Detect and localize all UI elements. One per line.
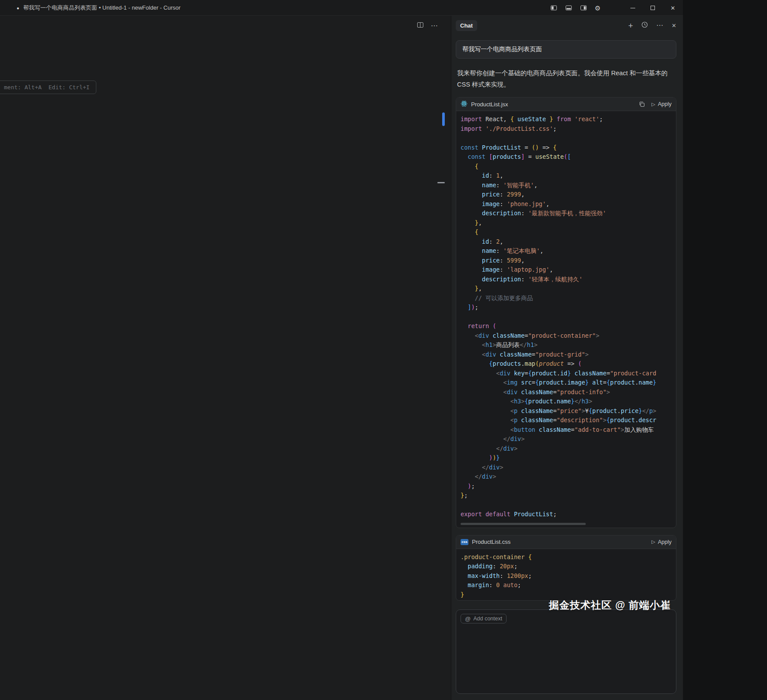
assistant-message-text: 我来帮你创建一个基础的电商商品列表页面。我会使用 React 和一些基本的 CS…: [457, 70, 668, 88]
window-controls: ✕: [623, 0, 683, 16]
code-content-jsx: import React, { useState } from 'react';…: [456, 111, 676, 520]
history-icon[interactable]: [641, 21, 648, 30]
horizontal-scrollbar[interactable]: [461, 523, 586, 525]
maximize-icon: [651, 6, 655, 10]
watermark: 掘金技术社区 @ 前端小崔: [549, 598, 671, 612]
user-message-text: 帮我写一个电商商品列表页面: [462, 46, 542, 52]
settings-gear-icon[interactable]: ⚙: [595, 5, 601, 11]
apply-label: Apply: [658, 101, 672, 107]
apply-label: Apply: [658, 539, 672, 545]
chat-messages: 帮我写一个电商商品列表页面 我来帮你创建一个基础的电商商品列表页面。我会使用 R…: [451, 35, 683, 609]
minimize-button[interactable]: [623, 0, 643, 16]
code-card-jsx: ProductList.jsx ▷ Apply: [456, 97, 676, 528]
play-icon: ▷: [651, 539, 655, 544]
code-card-actions: ▷ Apply: [651, 539, 672, 545]
apply-button[interactable]: ▷ Apply: [651, 539, 672, 545]
toggle-panel-bottom-icon[interactable]: [565, 4, 572, 11]
react-icon: [461, 100, 468, 108]
code-card-actions: ▷ Apply: [639, 101, 672, 107]
maximize-button[interactable]: [643, 0, 663, 16]
code-card-header: ProductList.jsx ▷ Apply: [456, 98, 676, 111]
editor-group-actions: ⋯: [417, 21, 438, 30]
split-editor-icon[interactable]: [417, 21, 424, 30]
code-filename: ProductList.css: [472, 539, 510, 545]
minimize-icon: [630, 8, 635, 8]
panel-drag-indicator[interactable]: [442, 112, 445, 126]
add-context-chip[interactable]: @ Add context: [461, 614, 507, 623]
code-content-css: .product-container { padding: 20px; max-…: [456, 549, 676, 601]
chat-panel: Chat + ⋯ ✕ 帮我写一个电商商品列表页面 我来帮你创建一个基础的电商商品…: [451, 16, 683, 700]
title-bar: ● 帮我写一个电商商品列表页面 • Untitled-1 - newFolder…: [0, 0, 683, 16]
css-icon: css: [461, 539, 468, 545]
window-title: 帮我写一个电商商品列表页面 • Untitled-1 - newFolder -…: [23, 4, 180, 12]
toggle-panel-left-icon[interactable]: [550, 4, 557, 11]
editor-area: ⋯ ment: Alt+A Edit: Ctrl+I: [0, 16, 450, 700]
code-card-header: css ProductList.css ▷ Apply: [456, 536, 676, 549]
modified-dot-icon: ●: [17, 6, 19, 10]
at-icon: @: [465, 616, 471, 622]
chat-more-icon[interactable]: ⋯: [656, 22, 664, 29]
add-context-label: Add context: [473, 616, 502, 622]
apply-button[interactable]: ▷ Apply: [651, 101, 672, 107]
app-window: ● 帮我写一个电商商品列表页面 • Untitled-1 - newFolder…: [0, 0, 683, 700]
editor-more-actions-icon[interactable]: ⋯: [431, 22, 438, 29]
code-card-css: css ProductList.css ▷ Apply .product-con…: [456, 535, 676, 601]
chat-panel-header: Chat + ⋯ ✕: [451, 16, 683, 35]
window-title-area: ● 帮我写一个电商商品列表页面 • Untitled-1 - newFolder…: [17, 0, 180, 16]
user-message: 帮我写一个电商商品列表页面: [456, 40, 676, 59]
inline-hint: ment: Alt+A Edit: Ctrl+I: [0, 80, 96, 94]
play-icon: ▷: [651, 102, 655, 107]
layout-controls: ⚙: [550, 0, 601, 16]
close-window-button[interactable]: ✕: [663, 0, 683, 16]
chat-header-actions: + ⋯ ✕: [628, 21, 676, 30]
code-filename: ProductList.jsx: [471, 101, 508, 108]
toggle-panel-right-icon[interactable]: [580, 4, 587, 11]
tab-chat[interactable]: Chat: [456, 20, 477, 31]
chat-close-icon[interactable]: ✕: [672, 23, 676, 28]
sash-handle-icon[interactable]: [437, 182, 445, 183]
copy-icon[interactable]: [639, 101, 645, 107]
chat-input-box[interactable]: @ Add context: [456, 609, 676, 694]
assistant-message: 我来帮你创建一个基础的电商商品列表页面。我会使用 React 和一些基本的 CS…: [457, 67, 676, 90]
new-chat-icon[interactable]: +: [628, 21, 633, 30]
